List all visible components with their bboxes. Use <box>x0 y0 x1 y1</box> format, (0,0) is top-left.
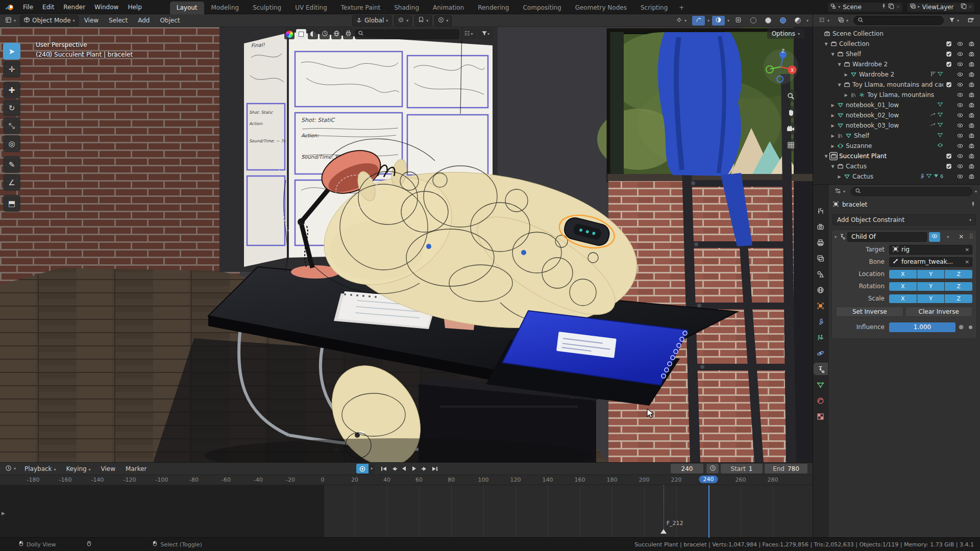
stamp-button[interactable] <box>343 29 353 39</box>
tool-move-button[interactable]: ✚ <box>3 82 20 98</box>
workspace-tab-texture-paint[interactable]: Texture Paint <box>334 2 387 14</box>
blender-logo-icon[interactable] <box>4 3 15 12</box>
properties-options-dropdown[interactable]: ▾ <box>975 189 977 194</box>
tool-cursor-button[interactable]: ✛ <box>3 61 20 78</box>
zoom-icon[interactable] <box>784 89 797 103</box>
expand-icon[interactable]: ▶ <box>836 174 843 179</box>
axis-gizmo[interactable]: Z X <box>763 48 799 85</box>
rotation-z-toggle[interactable]: Z <box>945 282 972 291</box>
outliner-row[interactable]: ▶Wardrobe 2 <box>813 69 980 80</box>
eye-icon[interactable] <box>954 173 966 180</box>
timeline-track-area[interactable]: ▶ <box>0 485 813 537</box>
proportional-editing-toggle[interactable]: ▾ <box>434 15 452 26</box>
outliner-row[interactable]: ▶Toy Llama, mountains <box>813 90 980 100</box>
camera-icon[interactable] <box>966 143 977 149</box>
menu-window[interactable]: Window <box>90 2 123 13</box>
camera-icon[interactable] <box>966 112 977 118</box>
scale-y-toggle[interactable]: Y <box>917 294 945 303</box>
editor-type-button[interactable]: ▾ <box>2 16 19 26</box>
menu-edit[interactable]: Edit <box>38 2 59 13</box>
properties-tab-texture[interactable] <box>814 411 827 422</box>
influence-reset-icon[interactable]: ⊗ <box>955 322 967 332</box>
menu-add[interactable]: Add <box>133 15 154 26</box>
rotation-y-toggle[interactable]: Y <box>917 282 945 291</box>
properties-tab-tool[interactable] <box>814 205 827 216</box>
tool-add-cube-button[interactable]: ⬒ <box>3 195 20 212</box>
mode-dropdown[interactable]: Object Mode▾ <box>20 15 79 26</box>
shading-wireframe-button[interactable] <box>747 16 760 24</box>
frame-start-field[interactable]: Start1 <box>721 464 763 473</box>
outliner-filter-button[interactable]: ▾ <box>946 16 962 26</box>
expand-icon[interactable]: ▶ <box>843 72 849 77</box>
xray-toggle[interactable] <box>732 16 745 26</box>
camera-icon[interactable] <box>966 102 977 108</box>
marker-icon[interactable] <box>660 529 667 534</box>
jump-to-end-button[interactable] <box>430 464 439 473</box>
clear-bone-icon[interactable]: ✕ <box>965 259 969 265</box>
scale-z-toggle[interactable]: Z <box>945 294 972 303</box>
location-x-toggle[interactable]: X <box>889 270 917 279</box>
scene-name[interactable]: Scene <box>842 4 879 11</box>
expand-icon[interactable]: ▶ <box>829 144 836 148</box>
eye-icon[interactable] <box>954 102 966 108</box>
outliner-row[interactable]: ▶Suzanne <box>813 141 980 151</box>
marker-label[interactable]: F_212 <box>667 520 683 527</box>
properties-tab-physics[interactable] <box>814 347 827 359</box>
properties-tab-output[interactable] <box>814 237 827 248</box>
camera-icon[interactable] <box>966 71 977 78</box>
jump-to-start-button[interactable] <box>379 464 388 473</box>
properties-tab-material[interactable] <box>814 395 827 406</box>
properties-tab-world[interactable] <box>814 284 827 295</box>
menu-object[interactable]: Object <box>155 15 184 26</box>
outliner-item-label[interactable]: Collection <box>839 40 869 47</box>
shading-rendered-button[interactable] <box>792 16 804 24</box>
properties-search-input[interactable] <box>851 187 972 196</box>
expand-icon[interactable]: ▶ <box>829 103 836 108</box>
shading-dropdown[interactable]: ▾ <box>806 18 808 23</box>
clock-button[interactable] <box>320 29 330 39</box>
use-preview-range-button[interactable] <box>706 464 719 473</box>
display-mode-dropdown[interactable]: ▾ <box>461 29 476 39</box>
outliner-row[interactable]: ▼Collection <box>813 39 980 49</box>
tool-rotate-button[interactable]: ↻ <box>3 99 20 116</box>
timeline-editor-type-button[interactable]: ▾ <box>2 464 19 474</box>
eye-icon[interactable] <box>954 41 966 47</box>
outliner-row[interactable]: ▼Toy Llama, mountains and cact <box>813 80 980 90</box>
menu-keying[interactable]: Keying ▾ <box>61 463 95 474</box>
eye-icon[interactable] <box>954 163 966 169</box>
camera-icon[interactable] <box>966 92 977 98</box>
menu-playback[interactable]: Playback ▾ <box>20 463 60 474</box>
constraint-enable-button[interactable] <box>929 232 940 242</box>
outliner-row[interactable]: ▶Shelf <box>813 131 980 141</box>
next-keyframe-button[interactable] <box>420 464 429 473</box>
outliner-item-label[interactable]: Shelf <box>846 51 861 58</box>
snap-toggle[interactable]: ▾ <box>414 15 432 26</box>
tool-annotate-button[interactable]: ✎ <box>3 156 20 173</box>
remove-viewlayer-icon[interactable]: ✕ <box>968 4 972 10</box>
menu-view[interactable]: View <box>80 15 103 26</box>
outliner-item-label[interactable]: Wardrobe 2 <box>859 71 894 78</box>
viewport[interactable]: Final! Shot: Static Action: Sound/Time: … <box>0 27 813 462</box>
color-wheel-icon[interactable] <box>284 29 295 39</box>
contrast-button[interactable] <box>308 29 318 39</box>
animate-property-icon[interactable] <box>969 325 972 329</box>
camera-icon[interactable] <box>966 82 977 88</box>
expand-icon[interactable]: ▼ <box>829 52 836 57</box>
new-scene-icon[interactable] <box>888 3 894 11</box>
target-field[interactable]: rig ✕ <box>889 245 972 255</box>
outliner-item-label[interactable]: Cactus <box>846 163 867 170</box>
camera-icon[interactable] <box>966 122 977 129</box>
properties-editor-type-button[interactable]: ▾ <box>831 187 848 196</box>
properties-tab-data[interactable] <box>814 379 827 390</box>
timeline-ruler[interactable]: -180-160-140-120-100-80-60-40-2002040608… <box>0 475 813 485</box>
scale-x-toggle[interactable]: X <box>889 294 917 303</box>
grid-ortho-icon[interactable] <box>784 138 797 152</box>
exclude-checkbox[interactable] <box>943 163 954 169</box>
workspace-tab-shading[interactable]: Shading <box>387 2 426 14</box>
overlays-toggle[interactable] <box>712 16 725 26</box>
eye-icon[interactable] <box>954 122 966 129</box>
influence-slider[interactable]: 1.000 <box>889 322 955 332</box>
workspace-tab-scripting[interactable]: Scripting <box>634 2 674 14</box>
menu-select[interactable]: Select <box>104 15 132 26</box>
bone-field[interactable]: forearm_tweak... ✕ <box>889 257 972 267</box>
